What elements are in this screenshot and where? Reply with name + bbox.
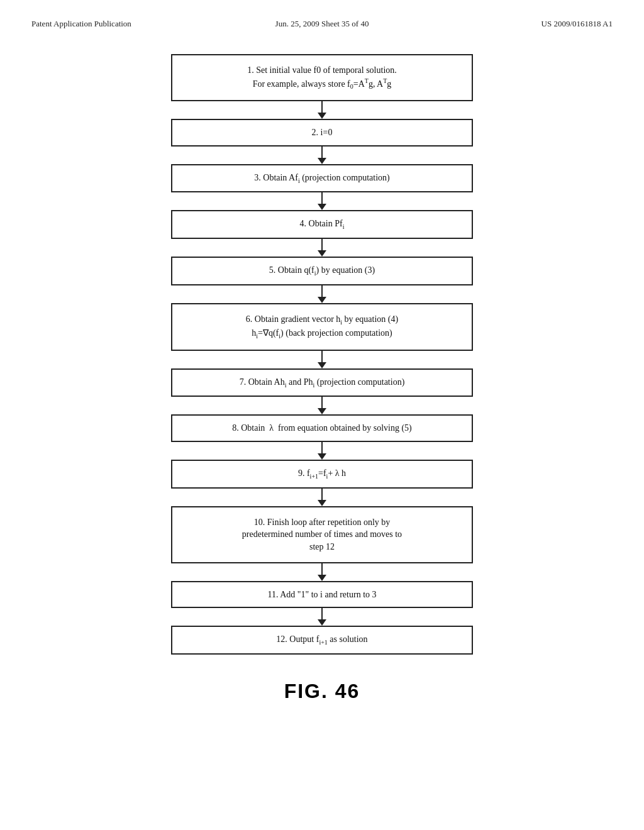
arrow-10-11 — [318, 563, 326, 581]
figure-label: FIG. 46 — [31, 680, 613, 703]
step-3-box: 3. Obtain Afi (projection computation) — [171, 164, 473, 193]
step-8-box: 8. Obtain λ from equation obtained by so… — [171, 414, 473, 442]
page-header: Patent Application Publication Jun. 25, … — [31, 19, 613, 29]
step-7-box: 7. Obtain Ahi and Phi (projection comput… — [171, 368, 473, 397]
step-10-box: 10. Finish loop after repetition only by… — [171, 506, 473, 563]
step-11-box: 11. Add "1" to i and return to 3 — [171, 581, 473, 609]
arrow-2-3 — [318, 147, 326, 164]
arrow-8-9 — [318, 442, 326, 460]
header-center: Jun. 25, 2009 Sheet 35 of 40 — [225, 19, 419, 29]
arrow-1-2 — [318, 101, 326, 119]
page: Patent Application Publication Jun. 25, … — [0, 0, 644, 830]
step-9-box: 9. fi+1=fi+ λ h — [171, 460, 473, 489]
arrow-5-6 — [318, 285, 326, 303]
step-2-box: 2. i=0 — [171, 119, 473, 147]
header-left: Patent Application Publication — [31, 19, 225, 29]
arrow-6-7 — [318, 351, 326, 368]
arrow-4-5 — [318, 239, 326, 257]
arrow-9-10 — [318, 489, 326, 506]
step-6-box: 6. Obtain gradient vector hi by equation… — [171, 303, 473, 351]
arrow-11-12 — [318, 608, 326, 626]
step-1-box: 1. Set initial value f0 of temporal solu… — [171, 54, 473, 101]
step-12-box: 12. Output fi+1 as solution — [171, 626, 473, 655]
header-right: US 2009/0161818 A1 — [419, 19, 613, 29]
step-5-box: 5. Obtain q(fi) by equation (3) — [171, 257, 473, 285]
arrow-7-8 — [318, 397, 326, 414]
arrow-3-4 — [318, 192, 326, 210]
flowchart: 1. Set initial value f0 of temporal solu… — [31, 54, 613, 655]
step-4-box: 4. Obtain Pfi — [171, 210, 473, 239]
